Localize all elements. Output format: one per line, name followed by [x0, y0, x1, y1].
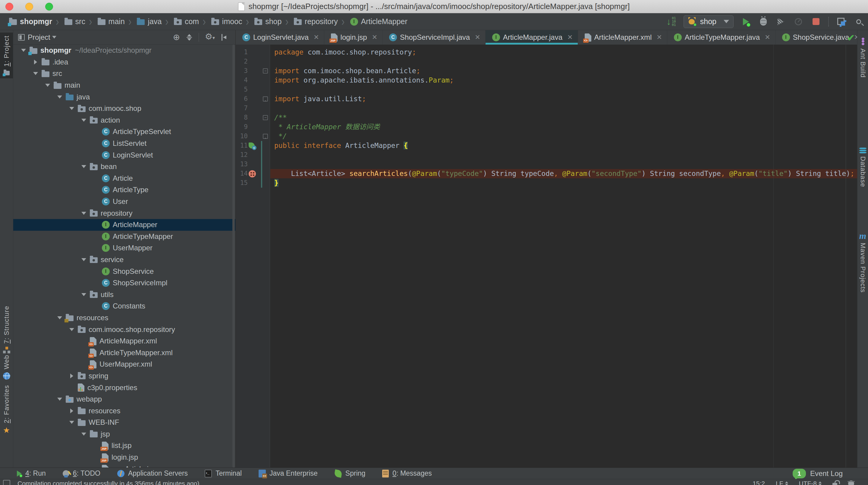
- breadcrumb-item-shopmgr[interactable]: shopmgr: [6, 17, 53, 27]
- breadcrumb-item-src[interactable]: src: [61, 17, 87, 27]
- editor-gutter[interactable]: 123−456‸78−910‸1112131415: [236, 44, 270, 467]
- unlock-icon[interactable]: [832, 483, 837, 485]
- minimize-window-button[interactable]: [25, 3, 33, 10]
- tree-expand-arrow[interactable]: [80, 432, 88, 435]
- gear-icon[interactable]: ⚙▾: [205, 33, 215, 42]
- tree-expand-arrow[interactable]: [67, 421, 76, 424]
- tree-item-ArticleTypeMapper[interactable]: I ArticleTypeMapper: [13, 231, 236, 243]
- tool-button--todo[interactable]: 6: TODO: [63, 469, 100, 478]
- tree-item-ListServlet[interactable]: C ListServlet: [13, 138, 236, 150]
- tree-item-ArticleMapper[interactable]: I ArticleMapper: [13, 219, 236, 231]
- tab-ShopService.java[interactable]: IShopService.java ✕: [775, 30, 857, 44]
- run-with-coverage-button[interactable]: [776, 17, 786, 27]
- tool-button-favorites[interactable]: 2: Favorites★: [0, 382, 13, 437]
- tree-item-utils[interactable]: utils: [13, 289, 236, 300]
- tree-item-login.jsp[interactable]: JSP login.jsp: [13, 452, 236, 463]
- close-icon[interactable]: ✕: [765, 33, 770, 41]
- tool-button-web[interactable]: Web: [0, 352, 13, 383]
- tree-item-ArticleType[interactable]: C ArticleType: [13, 184, 236, 196]
- tree-expand-arrow[interactable]: [31, 72, 40, 75]
- tool-button-database[interactable]: Database: [858, 144, 868, 190]
- debug-button[interactable]: [758, 17, 769, 27]
- editor[interactable]: CLoginServlet.java ✕ JSPlogin.jsp ✕ CSho…: [236, 30, 857, 467]
- breadcrumb-item-imooc[interactable]: imooc: [208, 17, 244, 27]
- tree-item-Constants[interactable]: C Constants: [13, 300, 236, 312]
- breadcrumb-item-repository[interactable]: repository: [291, 17, 339, 27]
- line-separator-select[interactable]: LF: [776, 480, 788, 485]
- inspections-ok-icon[interactable]: ✔: [847, 33, 855, 43]
- tree-expand-arrow[interactable]: [80, 212, 88, 215]
- tool-button-terminal[interactable]: ›_Terminal: [205, 469, 242, 478]
- tree-expand-arrow[interactable]: [56, 316, 64, 319]
- tree-expand-arrow[interactable]: [67, 328, 76, 331]
- statement-marker-icon[interactable]: [248, 169, 257, 178]
- tree-item-ArticleTypeServlet[interactable]: C ArticleTypeServlet: [13, 126, 236, 138]
- run-button[interactable]: [741, 17, 751, 27]
- tree-expand-arrow[interactable]: [43, 84, 52, 87]
- tree-expand-arrow[interactable]: [80, 258, 88, 261]
- chevron-down-icon[interactable]: [52, 36, 56, 38]
- close-icon[interactable]: ✕: [372, 33, 377, 41]
- tree-expand-arrow[interactable]: [80, 119, 88, 122]
- code-area[interactable]: package com.imooc.shop.repository;import…: [270, 44, 857, 467]
- tool-button--messages[interactable]: 0: Messages: [382, 469, 432, 478]
- tree-expand-arrow[interactable]: [67, 374, 76, 378]
- tree-expand-arrow[interactable]: [67, 409, 76, 413]
- tree-item-User[interactable]: C User: [13, 196, 236, 207]
- close-icon[interactable]: ✕: [475, 33, 480, 41]
- search-everywhere-icon[interactable]: [854, 17, 864, 27]
- collapse-all-icon[interactable]: [186, 34, 193, 41]
- tree-item-src[interactable]: src: [13, 68, 236, 79]
- tree-item-shopmgr[interactable]: shopmgr ~/IdeaProjects/shopmgr: [13, 44, 236, 56]
- breadcrumb-item-main[interactable]: main: [95, 17, 126, 27]
- tree-item-service[interactable]: service: [13, 254, 236, 266]
- tool-button-application-servers[interactable]: Application Servers: [117, 469, 188, 478]
- event-log-button[interactable]: 1 Event Log: [793, 469, 843, 478]
- tree-item-ArticleTypeMapper.xml[interactable]: <> ArticleTypeMapper.xml: [13, 347, 236, 358]
- tree-scrollbar[interactable]: [232, 44, 235, 467]
- tree-item-WEB-INF[interactable]: WEB-INF: [13, 417, 236, 428]
- tree-expand-arrow[interactable]: [67, 107, 76, 110]
- tree-item-c3p0.properties[interactable]: c3p0.properties: [13, 382, 236, 393]
- tree-expand-arrow[interactable]: [56, 398, 64, 401]
- tree-expand-arrow[interactable]: [56, 96, 64, 98]
- tool-button-maven-projects[interactable]: mMaven Projects: [858, 229, 868, 296]
- tree-item-spring[interactable]: spring: [13, 370, 236, 382]
- tab-ArticleMapper.xml[interactable]: <>ArticleMapper.xml ✕: [578, 30, 667, 44]
- tree-item-ArticleMapper.xml[interactable]: <> ArticleMapper.xml: [13, 335, 236, 347]
- tool-button--run[interactable]: 4: Run: [17, 469, 46, 478]
- tree-item-LoginServlet[interactable]: C LoginServlet: [13, 149, 236, 161]
- implemented-marker-icon[interactable]: [248, 141, 257, 150]
- breadcrumb-item-ArticleMapper[interactable]: IArticleMapper: [347, 17, 409, 27]
- tree-item-UserMapper.xml[interactable]: <> UserMapper.xml: [13, 358, 236, 370]
- fold-marker-icon[interactable]: −: [263, 115, 268, 120]
- tree-expand-arrow[interactable]: [80, 165, 88, 168]
- tree-item-com.imooc.shop[interactable]: com.imooc.shop: [13, 103, 236, 115]
- encoding-select[interactable]: UTF-8: [799, 480, 822, 485]
- tool-button-java-enterprise[interactable]: Java Enterprise: [258, 469, 318, 478]
- fold-marker-icon[interactable]: ‸: [263, 96, 268, 101]
- tree-item-ShopService[interactable]: I ShopService: [13, 265, 236, 277]
- close-window-button[interactable]: [5, 3, 13, 10]
- close-icon[interactable]: ✕: [567, 33, 572, 41]
- vcs-change-marker[interactable]: [261, 141, 262, 188]
- tab-login.jsp[interactable]: JSPlogin.jsp ✕: [324, 30, 383, 44]
- stop-button[interactable]: [811, 17, 821, 27]
- toggle-stripes-icon[interactable]: [3, 480, 10, 485]
- hide-panel-icon[interactable]: [221, 34, 227, 41]
- tree-item-repository[interactable]: repository: [13, 207, 236, 219]
- tree-item-list.jsp[interactable]: JSP list.jsp: [13, 440, 236, 452]
- tree-expand-arrow[interactable]: [80, 293, 88, 296]
- tab-ShopServiceImpl.java[interactable]: CShopServiceImpl.java ✕: [382, 30, 486, 44]
- tree-item-webapp[interactable]: webapp: [13, 393, 236, 405]
- run-configuration-select[interactable]: shop: [684, 15, 734, 28]
- fold-marker-icon[interactable]: −: [263, 68, 268, 73]
- tree-item-com.imooc.shop.repository[interactable]: com.imooc.shop.repository: [13, 324, 236, 335]
- breadcrumb-item-shop[interactable]: shop: [251, 17, 283, 27]
- caret-position[interactable]: 15:2: [752, 480, 765, 485]
- tree-item-newArticle.jsp[interactable]: JSP newArticle.jsp: [13, 463, 236, 467]
- fold-marker-icon[interactable]: ‸: [263, 134, 268, 139]
- update-icon[interactable]: ↓011001: [666, 17, 676, 27]
- tree-item-UserMapper[interactable]: I UserMapper: [13, 242, 236, 254]
- close-icon[interactable]: ✕: [313, 33, 319, 41]
